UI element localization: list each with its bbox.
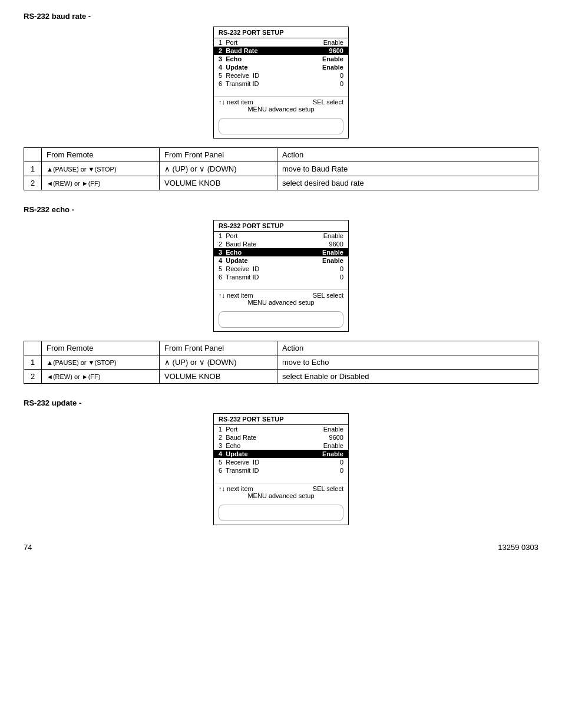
setup-row-transmit1: 6 Transmit ID 0 <box>214 80 348 88</box>
setup-row-update2: 4 Update Enable <box>214 256 348 265</box>
setup-row-port: 1 Port Enable <box>214 38 348 47</box>
baud-rate-setup-title: RS-232 PORT SETUP <box>214 27 348 38</box>
setup-row-baud3: 2 Baud Rate 9600 <box>214 433 348 442</box>
baud-rate-setup-box: RS-232 PORT SETUP 1 Port Enable 2 Baud R… <box>213 27 349 139</box>
setup-row-echo3: 3 Echo Enable <box>214 442 348 450</box>
col-panel-header2: From Front Panel <box>160 341 277 355</box>
table-row: 1 ▲(PAUSE) or ▼(STOP) ∧ (UP) or ∨ (DOWN)… <box>24 355 538 370</box>
setup-row-echo1: 3 Echo Enable <box>214 55 348 63</box>
baud-rate-table: From Remote From Front Panel Action 1 ▲(… <box>24 147 538 190</box>
echo-setup-box: RS-232 PORT SETUP 1 Port Enable 2 Baud R… <box>213 220 349 332</box>
setup-row-port2: 1 Port Enable <box>214 232 348 240</box>
setup-row-echo2: 3 Echo Enable <box>214 248 348 256</box>
setup-footer2: ↑↓ next item SEL select MENU advanced se… <box>214 289 348 308</box>
col-num-header <box>24 148 42 162</box>
page-content: RS-232 baud rate - RS-232 PORT SETUP 1 P… <box>24 12 538 552</box>
setup-row-receive1: 5 Receive ID 0 <box>214 71 348 80</box>
table-row: 1 ▲(PAUSE) or ▼(STOP) ∧ (UP) or ∨ (DOWN)… <box>24 162 538 176</box>
update-title: RS-232 update - <box>24 398 538 407</box>
section-baud-rate: RS-232 baud rate - RS-232 PORT SETUP 1 P… <box>24 12 538 190</box>
col-panel-header: From Front Panel <box>160 148 277 162</box>
setup-row-baud2: 2 Baud Rate 9600 <box>214 240 348 248</box>
setup-row-baud: 2 Baud Rate 9600 <box>214 47 348 55</box>
remote-display-box3 <box>219 505 343 521</box>
setup-row-update1: 4 Update Enable <box>214 63 348 71</box>
setup-footer1: ↑↓ next item SEL select MENU advanced se… <box>214 96 348 114</box>
remote-display-box2 <box>219 311 343 328</box>
update-setup-box: RS-232 PORT SETUP 1 Port Enable 2 Baud R… <box>213 413 349 525</box>
setup-row-receive2: 5 Receive ID 0 <box>214 265 348 273</box>
col-remote-header2: From Remote <box>42 341 160 355</box>
col-action-header: Action <box>277 148 538 162</box>
col-action-header2: Action <box>277 341 538 355</box>
table-row: 2 ◄(REW) or ►(FF) VOLUME KNOB select des… <box>24 176 538 190</box>
setup-row-transmit2: 6 Transmit ID 0 <box>214 273 348 281</box>
setup-footer3: ↑↓ next item SEL select MENU advanced se… <box>214 483 348 501</box>
remote-display-box1 <box>219 118 343 134</box>
table-row: 2 ◄(REW) or ►(FF) VOLUME KNOB select Ena… <box>24 370 538 384</box>
page-number: 74 <box>24 543 32 552</box>
page-footer: 74 13259 0303 <box>24 543 538 552</box>
echo-setup-title: RS-232 PORT SETUP <box>214 220 348 232</box>
setup-row-port3: 1 Port Enable <box>214 425 348 433</box>
echo-title: RS-232 echo - <box>24 205 538 214</box>
col-num-header2 <box>24 341 42 355</box>
section-update: RS-232 update - RS-232 PORT SETUP 1 Port… <box>24 398 538 525</box>
baud-rate-title: RS-232 baud rate - <box>24 12 538 21</box>
setup-row-update3: 4 Update Enable <box>214 450 348 458</box>
echo-table: From Remote From Front Panel Action 1 ▲(… <box>24 341 538 384</box>
section-echo: RS-232 echo - RS-232 PORT SETUP 1 Port E… <box>24 205 538 384</box>
setup-row-transmit3: 6 Transmit ID 0 <box>214 466 348 475</box>
update-setup-title: RS-232 PORT SETUP <box>214 414 348 425</box>
col-remote-header: From Remote <box>42 148 160 162</box>
doc-number: 13259 0303 <box>498 543 538 552</box>
setup-row-receive3: 5 Receive ID 0 <box>214 458 348 466</box>
